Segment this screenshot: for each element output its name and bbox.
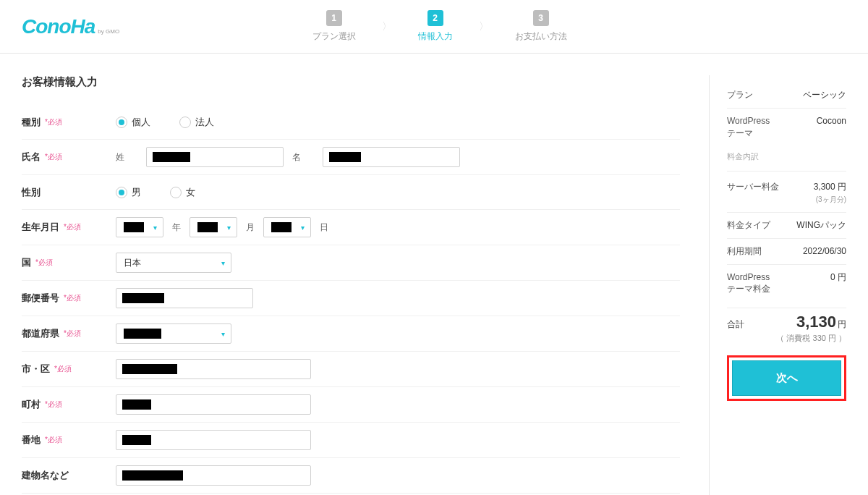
order-summary: プラン ベーシック WordPress テーマ Cocoon 料金内訳 サーバー… [709,75,846,495]
chevron-down-icon: ▾ [221,259,225,267]
postal-label: 郵便番号 [22,292,59,305]
sb-total-value: 3,130円 [796,313,846,331]
sb-server-value: 3,300 円(3ヶ月分) [814,181,846,206]
chevron-down-icon: ▾ [153,224,157,232]
sb-theme-label: WordPress テーマ [727,115,770,140]
step-2: 2 情報入力 [418,10,453,43]
sb-plan-label: プラン [727,89,753,101]
type-label: 種別 [22,116,41,129]
lastname-input[interactable] [146,147,284,167]
type-personal-radio[interactable]: 個人 [116,116,150,129]
birth-year-select[interactable]: ▾ [116,217,163,237]
progress-steps: 1 プラン選択 〉 2 情報入力 〉 3 お支払い方法 [312,10,567,43]
prefecture-label: 都道府県 [22,327,59,340]
sb-theme-value: Cocoon [817,115,846,127]
town-input[interactable] [116,394,311,415]
town-label: 町村 [22,398,41,411]
street-input[interactable] [116,430,311,450]
sb-period-value: 2022/06/30 [803,245,846,258]
next-button[interactable]: 次へ [732,360,841,396]
name-label: 氏名 [22,151,41,164]
sb-detail-heading: 料金内訳 [727,145,846,168]
city-input[interactable] [116,359,311,379]
sb-period-label: 利用期間 [727,245,762,258]
birth-day-select[interactable]: ▾ [263,217,311,237]
country-select[interactable]: 日本▾ [116,253,231,273]
building-input[interactable] [116,465,311,486]
sb-feetype-label: 料金タイプ [727,219,770,232]
street-label: 番地 [22,433,41,447]
firstname-input[interactable] [323,147,460,167]
sb-tax: （ 消費税 330 円 ） [727,333,846,344]
step-1: 1 プラン選択 [312,10,356,43]
postal-input[interactable] [116,288,253,308]
prefecture-select[interactable]: ▾ [116,323,231,344]
gender-label: 性別 [22,186,41,199]
chevron-down-icon: ▾ [227,224,231,232]
chevron-right-icon: 〉 [479,20,489,33]
chevron-down-icon: ▾ [221,330,225,338]
sb-wpfee-label: WordPress テーマ料金 [727,271,770,296]
sb-server-label: サーバー料金 [727,181,779,193]
logo[interactable]: ConoHaby GMO [22,15,119,38]
gender-female-radio[interactable]: 女 [170,186,195,199]
sb-feetype-value: WINGパック [796,219,846,232]
gender-male-radio[interactable]: 男 [116,186,141,199]
sb-plan-value: ベーシック [803,89,846,101]
chevron-down-icon: ▾ [301,224,305,232]
country-label: 国 [22,256,31,269]
sb-wpfee-value: 0 円 [830,271,846,284]
city-label: 市・区 [22,363,50,376]
building-label: 建物名など [22,469,69,482]
step-3: 3 お支払い方法 [515,10,567,43]
birth-month-select[interactable]: ▾ [190,217,237,237]
next-button-highlight: 次へ [727,355,846,401]
section-title: お客様情報入力 [22,75,680,89]
sb-total-label: 合計 [727,318,744,331]
type-corporate-radio[interactable]: 法人 [179,116,214,129]
birth-label: 生年月日 [22,221,59,234]
chevron-right-icon: 〉 [382,20,392,33]
